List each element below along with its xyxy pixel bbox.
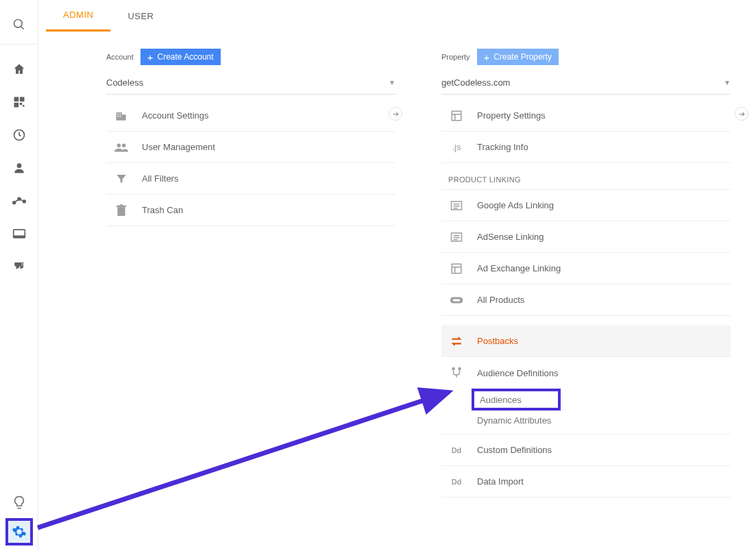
home-icon[interactable] [11, 61, 27, 77]
tracking-info-item[interactable]: .js Tracking Info [441, 132, 731, 163]
left-nav-rail [0, 0, 38, 551]
postbacks-item[interactable]: Postbacks [441, 326, 731, 357]
building-icon [113, 108, 130, 124]
svg-point-0 [14, 20, 22, 28]
account-label: Account [106, 53, 134, 61]
dd-icon: Dd [448, 442, 465, 458]
divider [0, 44, 38, 45]
list-icon [448, 197, 465, 214]
customization-icon[interactable] [11, 94, 27, 110]
js-icon: .js [448, 139, 465, 156]
trash-icon [113, 202, 130, 219]
svg-rect-43 [453, 299, 461, 301]
branch-icon [448, 365, 465, 381]
behavior-icon[interactable] [11, 225, 27, 242]
collapse-right-icon[interactable]: ➔ [389, 107, 402, 121]
layout-icon [448, 260, 465, 277]
svg-rect-6 [23, 105, 25, 107]
svg-rect-25 [117, 207, 125, 216]
admin-gear-highlighted[interactable] [5, 518, 33, 546]
svg-rect-28 [452, 111, 461, 121]
account-selector[interactable]: Codeless ▼ [106, 71, 395, 95]
property-label: Property [441, 53, 470, 61]
svg-line-1 [21, 27, 23, 29]
dynamic-attributes-subitem[interactable]: Dynamic Attributes [477, 411, 731, 430]
dd-icon: Dd [448, 474, 465, 490]
svg-rect-5 [19, 103, 21, 105]
audiences-subitem-highlighted[interactable]: Audiences [472, 389, 561, 411]
realtime-icon[interactable] [11, 127, 27, 143]
adsense-linking-item[interactable]: AdSense Linking [441, 221, 731, 253]
audience-icon[interactable] [11, 160, 27, 176]
trash-can-item[interactable]: Trash Can [106, 195, 395, 226]
all-filters-item[interactable]: All Filters [106, 163, 395, 195]
svg-rect-19 [117, 113, 119, 114]
svg-rect-20 [120, 113, 121, 114]
svg-point-23 [117, 143, 121, 147]
svg-rect-18 [122, 114, 126, 120]
account-selected: Codeless [106, 77, 143, 88]
top-tabs: ADMIN USER [46, 0, 171, 32]
collapse-right-icon[interactable]: ➔ [735, 107, 748, 121]
all-products-item[interactable]: All Products [441, 284, 731, 316]
svg-rect-3 [19, 97, 24, 102]
google-ads-linking-item[interactable]: Google Ads Linking [441, 190, 731, 221]
create-account-button[interactable]: +Create Account [141, 49, 221, 65]
filter-icon [113, 171, 130, 187]
svg-rect-2 [14, 97, 19, 102]
account-column: Account +Create Account Codeless ▼ ➔ Acc… [106, 47, 395, 498]
svg-rect-21 [117, 116, 119, 117]
property-selected: getCodeless.com [441, 77, 510, 88]
conversions-icon[interactable] [11, 258, 27, 275]
svg-point-44 [452, 367, 455, 371]
product-linking-label: PRODUCT LINKING [441, 163, 731, 190]
property-column: Property +Create Property getCodeless.co… [441, 47, 731, 498]
svg-point-24 [122, 143, 126, 147]
caret-down-icon: ▼ [724, 79, 731, 86]
account-settings-item[interactable]: Account Settings [106, 100, 395, 132]
layout-icon [448, 108, 465, 124]
postback-icon [448, 333, 465, 350]
svg-rect-39 [452, 264, 461, 273]
property-selector[interactable]: getCodeless.com ▼ [441, 71, 731, 95]
search-icon[interactable] [11, 16, 27, 33]
audience-definitions-item[interactable]: Audience Definitions [441, 357, 731, 389]
svg-line-12 [14, 199, 18, 202]
svg-rect-4 [14, 103, 19, 108]
caret-down-icon: ▼ [389, 79, 395, 86]
list-icon [448, 229, 465, 245]
tab-user[interactable]: USER [110, 0, 171, 32]
svg-rect-26 [117, 205, 126, 206]
create-property-button[interactable]: +Create Property [477, 49, 559, 65]
svg-rect-15 [13, 236, 25, 238]
link-icon [448, 292, 465, 308]
user-management-item[interactable]: User Management [106, 132, 395, 163]
svg-rect-22 [120, 116, 121, 117]
custom-definitions-item[interactable]: Dd Custom Definitions [441, 434, 731, 466]
data-import-item[interactable]: Dd Data Import [441, 466, 731, 498]
tab-admin[interactable]: ADMIN [46, 0, 110, 32]
acquisition-icon[interactable] [11, 193, 27, 209]
plus-icon: + [147, 52, 154, 62]
plus-icon: + [484, 52, 490, 62]
svg-point-8 [16, 163, 21, 168]
svg-line-13 [19, 199, 23, 201]
discover-icon[interactable] [11, 495, 27, 511]
svg-rect-27 [120, 204, 123, 206]
svg-point-45 [458, 367, 461, 371]
property-settings-item[interactable]: Property Settings [441, 100, 731, 132]
ad-exchange-linking-item[interactable]: Ad Exchange Linking [441, 253, 731, 284]
svg-rect-17 [117, 112, 122, 121]
people-icon [113, 139, 130, 156]
